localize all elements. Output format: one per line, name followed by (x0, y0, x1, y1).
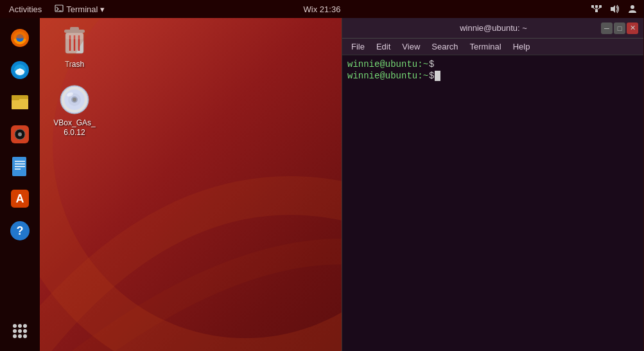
svg-rect-3 (595, 5, 598, 8)
svg-point-35 (23, 324, 27, 328)
topbar-left: Activities Terminal ▾ (0, 3, 110, 15)
svg-point-53 (73, 98, 76, 102)
svg-rect-5 (595, 10, 598, 12)
volume-icon-svg (609, 4, 620, 14)
dock-item-libreoffice-writer[interactable] (5, 152, 35, 181)
appstore-icon: A (8, 186, 32, 211)
dock-item-firefox[interactable] (5, 23, 35, 53)
terminal-tab-label: Terminal (66, 4, 98, 14)
vboxgas-icon-img (58, 83, 91, 116)
activities-button[interactable]: Activities (4, 4, 47, 14)
menu-terminal[interactable]: Terminal (465, 40, 507, 53)
svg-text:?: ? (17, 224, 24, 237)
svg-text:A: A (16, 192, 24, 205)
menu-search[interactable]: Search (426, 40, 463, 53)
prompt-user-2: winnie@ubuntu: (347, 71, 423, 81)
terminal-tab-arrow: ▾ (100, 4, 105, 14)
window-controls: ─ □ ✕ (601, 22, 638, 34)
terminal-icon (55, 4, 64, 14)
desktop: Trash VBox_GAs_6.0.12 (40, 18, 643, 351)
svg-point-40 (18, 334, 22, 338)
dock: A ? (0, 18, 40, 351)
help-icon: ? (8, 219, 32, 243)
terminal-window: winnie@ubuntu: ~ ─ □ ✕ File Edit View Se… (342, 18, 643, 351)
volume-icon[interactable] (608, 3, 621, 15)
close-button[interactable]: ✕ (627, 22, 638, 34)
svg-rect-4 (599, 5, 602, 8)
svg-point-36 (13, 329, 17, 333)
trash-icon-img (58, 24, 91, 58)
topbar: Activities Terminal ▾ Wix 21:36 (0, 0, 644, 18)
libreoffice-writer-icon (8, 154, 32, 179)
vboxgas-label: VBox_GAs_6.0.12 (53, 118, 95, 138)
desktop-icons: Trash VBox_GAs_6.0.12 (49, 24, 100, 138)
terminal-window-title: winnie@ubuntu: ~ (386, 23, 601, 33)
terminal-line-1: winnie@ubuntu:~$ (347, 59, 638, 69)
trash-label: Trash (65, 60, 84, 70)
desktop-icon-vboxgas[interactable]: VBox_GAs_6.0.12 (49, 83, 100, 138)
apps-grid-icon (10, 321, 30, 341)
menu-file[interactable]: File (346, 40, 370, 53)
svg-rect-48 (65, 33, 83, 39)
network-icon-svg (591, 4, 602, 14)
terminal-line-2: winnie@ubuntu:~$ (347, 71, 638, 81)
firefox-icon (8, 26, 32, 50)
svg-point-33 (13, 324, 17, 328)
terminal-content[interactable]: winnie@ubuntu:~$ winnie@ubuntu:~$ (342, 55, 643, 351)
files-icon (8, 90, 32, 114)
svg-point-16 (15, 69, 24, 75)
minimize-button[interactable]: ─ (601, 22, 613, 34)
dock-item-files[interactable] (5, 87, 35, 117)
svg-rect-18 (12, 99, 28, 109)
prompt-path-1: ~ (423, 59, 428, 69)
dock-item-apps[interactable] (5, 316, 35, 346)
user-icon[interactable] (626, 3, 639, 15)
svg-marker-9 (611, 5, 615, 13)
prompt-path-2: ~ (423, 71, 428, 81)
dock-item-help[interactable]: ? (5, 216, 35, 246)
svg-point-39 (13, 334, 17, 338)
maximize-button[interactable]: □ (614, 22, 625, 34)
svg-line-7 (596, 8, 600, 10)
prompt-user-1: winnie@ubuntu: (347, 59, 423, 69)
terminal-titlebar: winnie@ubuntu: ~ ─ □ ✕ (342, 18, 643, 39)
menu-view[interactable]: View (397, 40, 425, 53)
menu-edit[interactable]: Edit (371, 40, 396, 53)
topbar-right (590, 3, 644, 15)
terminal-menubar: File Edit View Search Terminal Help (342, 39, 643, 55)
cursor (435, 71, 440, 81)
svg-point-10 (631, 5, 634, 9)
prompt-dollar-2: $ (429, 71, 434, 81)
svg-rect-43 (70, 27, 79, 31)
prompt-dollar-1: $ (429, 59, 434, 69)
svg-point-22 (18, 132, 22, 136)
clock: Wix 21:36 (304, 4, 341, 14)
svg-line-6 (593, 8, 596, 10)
svg-rect-19 (12, 95, 19, 100)
terminal-taskbar-tab[interactable]: Terminal ▾ (49, 3, 110, 15)
vboxgas-icon-svg (58, 84, 91, 116)
svg-point-34 (18, 324, 22, 328)
network-icon[interactable] (590, 3, 603, 15)
dock-item-rhythmbox[interactable] (5, 120, 35, 149)
svg-point-41 (23, 334, 27, 338)
thunderbird-icon (8, 58, 32, 82)
trash-icon-svg (59, 24, 90, 58)
dock-item-thunderbird[interactable] (5, 55, 35, 85)
desktop-icon-trash[interactable]: Trash (49, 24, 100, 70)
rhythmbox-icon (8, 122, 32, 147)
user-icon-svg (628, 4, 637, 14)
svg-point-37 (18, 329, 22, 333)
dock-item-appstore[interactable]: A (5, 184, 35, 213)
svg-rect-2 (591, 5, 594, 8)
svg-point-38 (23, 329, 27, 333)
menu-help[interactable]: Help (508, 40, 535, 53)
